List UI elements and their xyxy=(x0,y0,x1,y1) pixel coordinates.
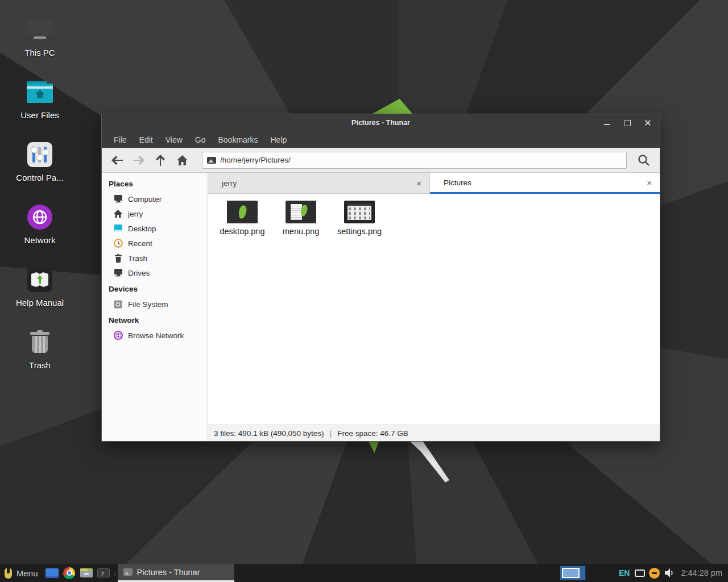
sidebar-header-devices: Devices xyxy=(102,280,208,297)
file-name: desktop.png xyxy=(220,227,264,236)
file-manager-launcher[interactable] xyxy=(78,564,95,582)
tab-jerry[interactable]: jerry × xyxy=(208,173,430,194)
menu-go[interactable]: Go xyxy=(189,131,212,148)
tab-label: jerry xyxy=(222,179,415,188)
menu-bookmarks[interactable]: Bookmarks xyxy=(212,131,264,148)
mint-logo-icon xyxy=(5,568,12,579)
sidebar-item-desktop[interactable]: Desktop xyxy=(102,221,208,236)
back-button[interactable] xyxy=(107,151,127,169)
sidebar-item-label: File System xyxy=(128,300,168,309)
update-manager-icon[interactable] xyxy=(649,568,660,579)
menu-edit[interactable]: Edit xyxy=(133,131,159,148)
keyboard-icon[interactable] xyxy=(635,569,645,577)
home-icon xyxy=(113,209,123,219)
image-window-icon xyxy=(123,568,133,576)
sidebar-item-browse-network[interactable]: Browse Network xyxy=(102,328,208,343)
desktop-icon-user-files[interactable]: User Files xyxy=(11,78,68,120)
file-view[interactable]: desktop.png menu.png settings.png xyxy=(208,194,660,425)
window-titlebar[interactable]: Pictures - Thunar xyxy=(102,114,660,131)
tab-close-icon[interactable]: × xyxy=(415,178,423,188)
path-input[interactable] xyxy=(220,156,622,164)
file-name: menu.png xyxy=(283,227,320,236)
sidebar: Places Computer jerry Desktop Recent xyxy=(102,173,208,441)
close-icon[interactable] xyxy=(644,119,652,127)
status-separator: | xyxy=(330,429,332,438)
sidebar-item-recent[interactable]: Recent xyxy=(102,236,208,251)
desktop-screen-icon xyxy=(113,224,123,234)
volume-icon[interactable] xyxy=(665,568,675,577)
workspace-switcher[interactable] xyxy=(560,566,586,580)
file-name: settings.png xyxy=(337,227,382,236)
file-menu-png[interactable]: menu.png xyxy=(274,201,328,236)
maximize-icon[interactable] xyxy=(623,119,631,127)
browser-launcher[interactable] xyxy=(61,564,78,582)
sidebar-item-trash[interactable]: Trash xyxy=(102,251,208,265)
sidebar-item-computer[interactable]: Computer xyxy=(102,192,208,206)
keyboard-layout-indicator[interactable]: EN xyxy=(619,568,630,577)
chrome-icon xyxy=(63,567,75,579)
back-arrow-icon xyxy=(111,156,123,165)
trash-icon xyxy=(26,329,53,356)
home-button[interactable] xyxy=(172,151,192,169)
image-file-icon xyxy=(207,157,216,164)
home-folder-icon xyxy=(26,78,53,106)
up-button[interactable] xyxy=(151,151,170,169)
tab-close-icon[interactable]: × xyxy=(646,178,653,188)
trash-icon xyxy=(113,253,123,263)
menu-view[interactable]: View xyxy=(159,131,189,148)
desktop-icon-label: User Files xyxy=(20,110,59,120)
toolbar xyxy=(102,148,660,173)
terminal-icon xyxy=(97,568,110,577)
status-files-text: 3 files: 490.1 kB (490,050 bytes) xyxy=(214,429,324,438)
desktop-icon-control-panel[interactable]: Control Pa... xyxy=(11,141,68,182)
sidebar-item-label: Computer xyxy=(128,195,162,203)
minimize-icon[interactable] xyxy=(603,119,611,127)
menu-file[interactable]: File xyxy=(107,131,133,148)
terminal-launcher[interactable] xyxy=(95,564,112,582)
tab-pictures[interactable]: Pictures × xyxy=(430,173,660,194)
menu-button-label: Menu xyxy=(16,568,38,578)
search-icon xyxy=(638,154,650,167)
sidebar-item-drives[interactable]: Drives xyxy=(102,265,208,280)
drives-icon xyxy=(113,268,123,278)
recent-clock-icon xyxy=(113,239,123,248)
status-free-space: Free space: 46.7 GB xyxy=(337,429,408,438)
show-desktop-button[interactable] xyxy=(44,564,61,582)
clock[interactable]: 2:44:28 pm xyxy=(681,568,728,577)
up-arrow-icon xyxy=(156,155,165,166)
help-manual-icon xyxy=(26,266,53,293)
sidebar-header-network: Network xyxy=(102,311,208,328)
forward-button[interactable] xyxy=(129,151,148,169)
desktop-icon-network[interactable]: Network xyxy=(11,203,68,245)
taskbar: Menu ⋮ Pictures - Thunar EN 2:44:28 pm xyxy=(0,564,728,582)
desktop-icon-label: Control Pa... xyxy=(16,173,63,182)
path-field[interactable] xyxy=(202,152,627,169)
desktop-icon-trash[interactable]: Trash xyxy=(11,329,68,370)
thunar-window: Pictures - Thunar File Edit View Go Book… xyxy=(101,114,660,442)
active-workspace xyxy=(562,568,580,578)
hard-disk-icon xyxy=(113,300,123,309)
sidebar-item-label: Drives xyxy=(128,269,150,277)
menu-help[interactable]: Help xyxy=(264,131,293,148)
file-desktop-png[interactable]: desktop.png xyxy=(215,201,270,236)
desktop-icon-label: This PC xyxy=(24,48,55,57)
file-cabinet-icon xyxy=(80,568,93,577)
sidebar-item-label: Desktop xyxy=(128,225,156,233)
file-settings-png[interactable]: settings.png xyxy=(332,201,387,236)
task-button-thunar[interactable]: Pictures - Thunar xyxy=(118,564,234,582)
status-bar: 3 files: 490.1 kB (490,050 bytes) | Free… xyxy=(208,425,660,441)
tasklist-handle: ⋮ xyxy=(112,571,118,576)
network-globe-icon xyxy=(113,331,123,340)
task-button-label: Pictures - Thunar xyxy=(137,568,200,577)
sidebar-item-file-system[interactable]: File System xyxy=(102,297,208,311)
menu-button[interactable]: Menu xyxy=(0,564,44,582)
window-title: Pictures - Thunar xyxy=(102,119,660,127)
desktop-icon-label: Network xyxy=(24,235,55,245)
desktop-icon-help-manual[interactable]: Help Manual xyxy=(11,266,68,307)
desktop-icon-this-pc[interactable]: This PC xyxy=(11,16,68,57)
show-desktop-icon xyxy=(46,568,59,578)
control-panel-icon xyxy=(26,141,53,168)
home-icon xyxy=(177,155,188,165)
sidebar-item-jerry[interactable]: jerry xyxy=(102,206,208,221)
search-button[interactable] xyxy=(634,151,654,170)
